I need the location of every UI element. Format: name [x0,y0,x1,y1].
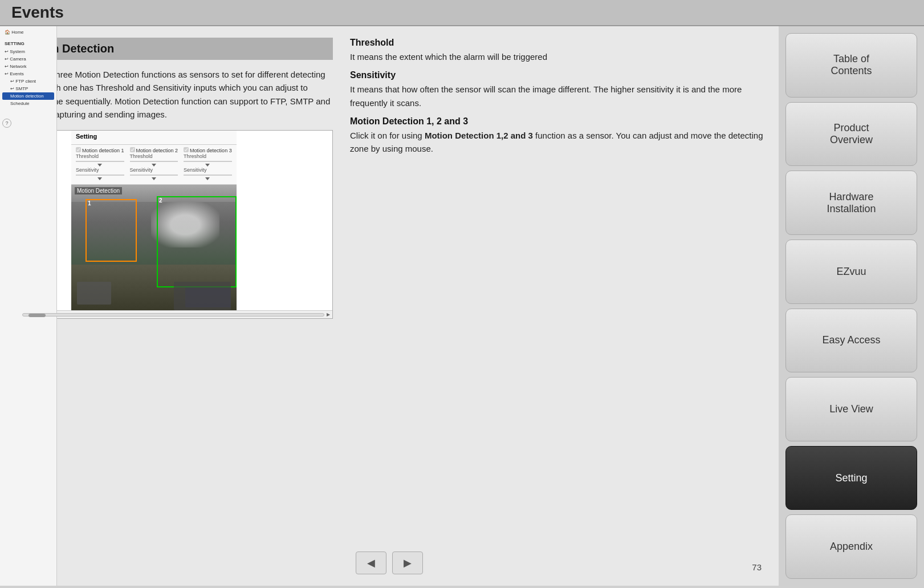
motion-detection-title: Motion Detection 1, 2 and 3 [350,116,765,127]
screenshot-mock: 🏠 Home SETTING ↩ System ↩ Camera ↩ Netwo… [14,130,333,319]
scroll-thumb [29,314,46,317]
bottom-navigation: ◀ ▶ [356,551,423,574]
setting-label: Setting [76,133,232,140]
content-area: Motion Detection There are three Motion … [0,26,779,586]
motion-detection-body: Click it on for using Motion Detection 1… [350,129,765,156]
scroll-track[interactable] [22,313,324,317]
screenshot-main: Setting Motion detection 1 Threshold Sen… [71,131,237,310]
page-number: 73 [752,562,762,572]
setting-columns: Motion detection 1 Threshold Sensitivity [71,145,237,185]
page-header: Events [0,0,924,26]
nav-item-hardware-installation[interactable]: Hardware Installation [785,171,917,235]
right-sidebar: Table of Contents Product Overview Hardw… [779,26,924,586]
threshold-title: Threshold [350,38,765,48]
left-column: Motion Detection There are three Motion … [14,38,333,574]
checkbox-motion1 [76,147,81,152]
nav-item-easy-access[interactable]: Easy Access [785,309,917,373]
sensitivity-body: It means that how often the sensor will … [350,83,765,110]
col-motion-2: Motion detection 2 Threshold Sensitivity [130,147,178,181]
nav-item-appendix[interactable]: Appendix [785,514,917,579]
nav-item-setting[interactable]: Setting [785,446,917,510]
threshold-body: It means the extent which the alarm will… [350,50,765,63]
nav-item-live-view[interactable]: Live View [785,377,917,441]
col-motion-3: Motion detection 3 Threshold Sensitivity [184,147,232,181]
nav-item-product-overview[interactable]: Product Overview [785,102,917,167]
section-body-text: There are three Motion Detection functio… [14,68,333,121]
main-layout: Motion Detection There are three Motion … [0,26,924,586]
col-motion-1: Motion detection 1 Threshold Sensitivity [76,147,124,181]
nav-item-table-of-contents[interactable]: Table of Contents [785,33,917,98]
sensitivity-title: Sensitivity [350,70,765,80]
two-column-layout: Motion Detection There are three Motion … [14,38,765,574]
screenshot-scrollbar[interactable]: ◀ ▶ [14,310,332,318]
right-column: Threshold It means the extent which the … [350,38,765,574]
detection-zone-2: 2 [157,196,237,287]
camera-label: Motion Detection [75,187,122,194]
next-button[interactable]: ▶ [392,551,423,574]
page-title: Events [11,3,64,22]
screenshot-sidebar: 🏠 Home SETTING ↩ System ↩ Camera ↩ Netwo… [14,130,57,319]
checkbox-motion3 [184,147,189,152]
section-heading: Motion Detection [14,38,333,60]
checkbox-motion2 [130,147,135,152]
detection-zone-1: 1 [86,199,137,262]
camera-view: Motion Detection 1 2 3 [71,185,237,310]
prev-button[interactable]: ◀ [356,551,386,574]
nav-item-ezvuu[interactable]: EZvuu [785,240,917,304]
